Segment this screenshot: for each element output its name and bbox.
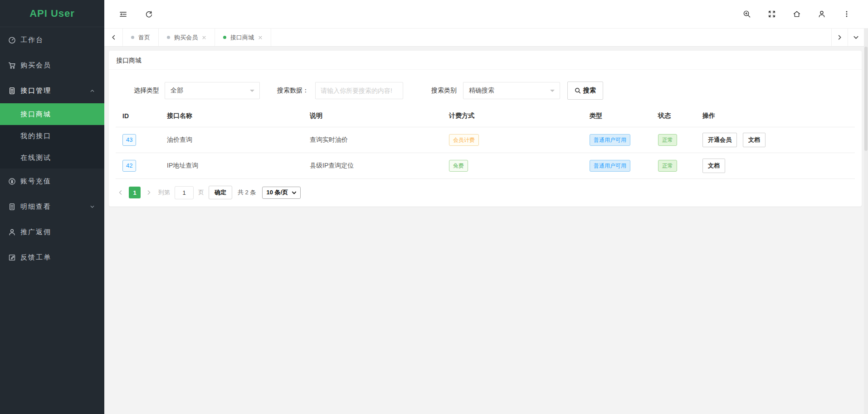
search-input[interactable] <box>315 82 403 99</box>
type-select-label: 选择类型 <box>134 87 159 95</box>
page-scrollbar[interactable] <box>864 29 868 414</box>
sidebar-item-label: 接口商城 <box>20 110 51 118</box>
tabbar: 首页 购买会员 接口商城 <box>104 29 868 47</box>
sidebar-item-label: 推广返佣 <box>20 228 51 236</box>
page-1-button[interactable]: 1 <box>129 187 141 198</box>
close-icon[interactable] <box>202 35 206 40</box>
api-table: ID 接口名称 说明 计费方式 类型 状态 操作 43 <box>116 105 855 179</box>
sidebar-item-api-mall[interactable]: 接口商城 <box>0 103 104 125</box>
table-row: 42 IP地址查询 县级IP查询定位 免费 普通用户可用 正常 文档 <box>116 153 855 179</box>
doc-button[interactable]: 文档 <box>702 159 725 173</box>
tab-label: 接口商城 <box>230 34 254 42</box>
type-select[interactable]: 全部 <box>165 82 260 99</box>
sidebar-item-recharge[interactable]: 账号充值 <box>0 168 104 194</box>
search-button-label: 搜索 <box>583 87 596 95</box>
type-select-value: 全部 <box>171 87 183 95</box>
next-page-button[interactable] <box>144 190 154 195</box>
page-unit-label: 页 <box>198 188 204 197</box>
confirm-page-button[interactable]: 确定 <box>209 186 232 199</box>
page-size-value: 10 条/页 <box>266 188 288 197</box>
tab-status-dot <box>167 36 170 39</box>
sidebar-item-online-test[interactable]: 在线测试 <box>0 147 104 168</box>
ticket-icon <box>8 254 16 261</box>
tabs-scroll-left-button[interactable] <box>104 29 122 46</box>
sidebar-item-buy-member[interactable]: 购买会员 <box>0 53 104 78</box>
col-header-billing: 计费方式 <box>449 105 590 127</box>
category-select-label: 搜索类别 <box>431 87 457 95</box>
sidebar-item-detail-view[interactable]: 明细查看 <box>0 194 104 219</box>
doc-button[interactable]: 文档 <box>743 133 766 147</box>
sidebar-item-label: 工作台 <box>20 36 44 44</box>
col-header-actions: 操作 <box>702 105 855 127</box>
yen-icon <box>8 178 16 185</box>
close-icon[interactable] <box>258 35 263 40</box>
tabs-scroll-right-button[interactable] <box>831 29 848 46</box>
sidebar-item-label: 我的接口 <box>20 132 51 140</box>
card-body: 选择类型 全部 搜索数据： 搜索类别 精确搜索 <box>109 70 862 207</box>
chevron-down-icon <box>89 204 95 210</box>
app-logo: API User <box>0 0 104 27</box>
col-header-type: 类型 <box>590 105 658 127</box>
billing-badge: 免费 <box>449 160 468 172</box>
main-area: 首页 购买会员 接口商城 <box>104 0 868 414</box>
search-icon[interactable] <box>743 10 751 18</box>
home-icon[interactable] <box>793 10 801 18</box>
sidebar-item-label: 明细查看 <box>20 202 51 211</box>
content-area: 接口商城 选择类型 全部 搜索数据： 搜索类别 精确搜索 <box>104 47 868 414</box>
sidebar-collapse-button[interactable] <box>119 10 127 18</box>
api-description-cell: 查询实时油价 <box>310 127 449 153</box>
caret-down-icon <box>250 90 254 94</box>
page-size-select[interactable]: 10 条/页 <box>262 187 301 199</box>
sidebar-item-label: 购买会员 <box>20 61 51 70</box>
tabs-menu-button[interactable] <box>848 29 864 46</box>
api-name-cell: IP地址查询 <box>167 153 310 179</box>
col-header-name: 接口名称 <box>167 105 310 127</box>
id-badge: 43 <box>122 134 136 146</box>
col-header-id: ID <box>116 105 167 127</box>
category-select-value: 精确搜索 <box>469 87 494 95</box>
document-icon <box>8 87 16 95</box>
sidebar-item-workbench[interactable]: 工作台 <box>0 27 104 53</box>
sidebar-item-label: 在线测试 <box>20 154 51 161</box>
sidebar-submenu-api-manage: 接口商城 我的接口 在线测试 <box>0 103 104 168</box>
filter-row: 选择类型 全部 搜索数据： 搜索类别 精确搜索 <box>134 82 855 100</box>
sidebar-item-my-api[interactable]: 我的接口 <box>0 125 104 147</box>
sidebar-item-promotion[interactable]: 推广返佣 <box>0 219 104 245</box>
category-select[interactable]: 精确搜索 <box>463 82 560 99</box>
sidebar: API User 工作台 购买会员 接口管理 接口商城 <box>0 0 104 414</box>
cart-icon <box>8 62 16 69</box>
tab-buy-member[interactable]: 购买会员 <box>159 29 215 46</box>
tab-status-dot <box>131 36 134 39</box>
type-badge: 普通用户可用 <box>590 160 630 172</box>
col-header-status: 状态 <box>658 105 702 127</box>
table-header-row: ID 接口名称 说明 计费方式 类型 状态 操作 <box>116 105 855 127</box>
tab-home[interactable]: 首页 <box>122 29 159 46</box>
refresh-icon[interactable] <box>145 10 153 18</box>
tab-label: 购买会员 <box>174 34 198 42</box>
type-badge: 普通用户可用 <box>590 134 630 146</box>
prev-page-button[interactable] <box>116 190 126 195</box>
api-description-cell: 县级IP查询定位 <box>310 153 449 179</box>
chevron-up-icon <box>89 88 95 94</box>
api-mall-card: 接口商城 选择类型 全部 搜索数据： 搜索类别 精确搜索 <box>109 51 862 207</box>
document-icon <box>8 203 16 211</box>
app-root: API User 工作台 购买会员 接口管理 接口商城 <box>0 0 868 414</box>
tab-api-mall[interactable]: 接口商城 <box>215 29 271 46</box>
search-button[interactable]: 搜索 <box>567 82 603 100</box>
open-member-button[interactable]: 开通会员 <box>702 133 737 147</box>
tab-label: 首页 <box>138 34 150 42</box>
fullscreen-icon[interactable] <box>768 10 776 18</box>
user-icon[interactable] <box>818 10 826 18</box>
tabbar-spacer <box>271 29 831 46</box>
sidebar-item-feedback[interactable]: 反馈工单 <box>0 245 104 270</box>
sidebar-item-api-manage[interactable]: 接口管理 <box>0 78 104 103</box>
status-badge: 正常 <box>658 134 677 146</box>
page-scrollbar-thumb[interactable] <box>864 47 868 151</box>
goto-page-input[interactable] <box>175 186 194 199</box>
status-badge: 正常 <box>658 160 677 172</box>
more-icon[interactable] <box>843 10 851 18</box>
billing-badge: 会员计费 <box>449 134 479 146</box>
magnifier-icon <box>575 87 581 94</box>
user-icon <box>8 228 16 236</box>
tab-status-dot <box>223 36 226 39</box>
